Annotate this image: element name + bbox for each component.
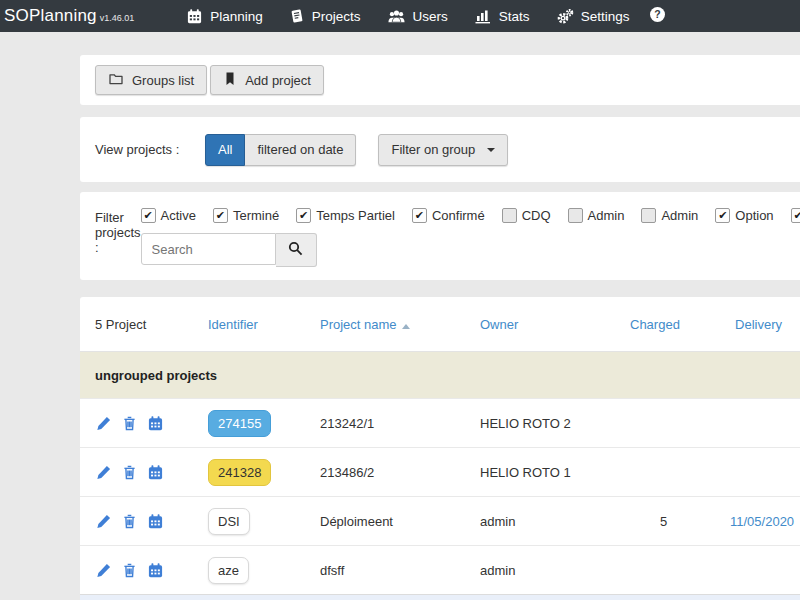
view-projects-label: View projects : <box>95 142 205 157</box>
checkbox-label: Option <box>735 208 773 223</box>
toolbar-panel: Groups list Add project <box>80 55 800 105</box>
menu-item-label: Projects <box>312 9 361 24</box>
sort-asc-icon <box>402 324 410 329</box>
owner-cell: admin <box>472 546 622 595</box>
groups-list-button[interactable]: Groups list <box>95 65 207 95</box>
checkbox-confirme[interactable]: Confirmé <box>412 208 485 223</box>
add-project-button[interactable]: Add project <box>210 65 324 95</box>
menu-item-label: Users <box>413 9 448 24</box>
checkbox-termine[interactable]: Terminé <box>213 208 279 223</box>
checkbox-admin-1[interactable]: Admin <box>568 208 625 223</box>
column-header-charged[interactable]: Charged <box>622 297 722 352</box>
help-button[interactable]: ? <box>649 6 666 26</box>
checkbox-prod-etuis[interactable]: Prod étuis <box>791 208 800 223</box>
project-identifier-badge[interactable]: 274155 <box>208 410 271 437</box>
svg-text:?: ? <box>655 8 661 20</box>
edit-icon[interactable] <box>95 415 112 432</box>
search-button[interactable] <box>276 233 317 267</box>
delete-icon[interactable] <box>121 513 138 530</box>
menu-item-projects[interactable]: Projects <box>289 8 361 24</box>
checkbox-label: Temps Partiel <box>316 208 395 223</box>
stats-icon <box>474 8 492 24</box>
checkbox-cdq[interactable]: CDQ <box>502 208 551 223</box>
checkbox-label: Terminé <box>233 208 279 223</box>
owner-cell: HELIO ROTO 1 <box>472 448 622 497</box>
app-title: SOPlanning <box>4 6 97 26</box>
checkbox-icon <box>791 208 800 223</box>
top-navbar: SOPlanning v1.46.01 Planning Projects Us… <box>0 0 800 32</box>
project-identifier-badge[interactable]: aze <box>208 557 249 584</box>
project-identifier-badge[interactable]: DSI <box>208 508 250 535</box>
edit-icon[interactable] <box>95 562 112 579</box>
project-name-cell: dfsff <box>312 546 472 595</box>
delete-icon[interactable] <box>121 464 138 481</box>
bookmark-icon <box>223 71 237 89</box>
checkbox-icon <box>715 208 730 223</box>
owner-cell: HELIO ROTO 2 <box>472 399 622 448</box>
checkbox-active[interactable]: Active <box>141 208 196 223</box>
planning-calendar-icon[interactable] <box>147 562 164 579</box>
menu-item-stats[interactable]: Stats <box>474 8 530 24</box>
menu-item-users[interactable]: Users <box>387 8 448 25</box>
table-row: aze dfsff admin <box>80 546 800 595</box>
search-input[interactable] <box>141 233 276 265</box>
groups-list-label: Groups list <box>132 73 194 88</box>
projects-table-panel: 5 Project Identifier Project name Owner … <box>80 297 800 600</box>
column-header-project-name[interactable]: Project name <box>312 297 472 352</box>
checkbox-icon <box>568 208 583 223</box>
planning-calendar-icon[interactable] <box>147 415 164 432</box>
main-menu: Planning Projects Users Stats Settings <box>186 8 629 25</box>
filter-checkbox-row: Active Terminé Temps Partiel Confirmé CD… <box>141 208 800 223</box>
view-projects-panel: View projects : All filtered on date Fil… <box>80 117 800 182</box>
users-icon <box>387 8 406 25</box>
checkbox-label: Admin <box>661 208 698 223</box>
project-identifier-badge[interactable]: 241328 <box>208 459 271 486</box>
column-header-owner[interactable]: Owner <box>472 297 622 352</box>
planning-calendar-icon[interactable] <box>147 513 164 530</box>
app-brand[interactable]: SOPlanning v1.46.01 <box>4 6 134 26</box>
filter-on-group-dropdown[interactable]: Filter on group <box>378 134 508 166</box>
filter-projects-label: Filter projects : <box>95 208 141 267</box>
checkbox-icon <box>141 208 156 223</box>
filtered-on-date-button[interactable]: filtered on date <box>245 134 356 166</box>
filter-on-group-label: Filter on group <box>391 142 475 157</box>
checkbox-icon <box>502 208 517 223</box>
search-icon <box>287 240 304 260</box>
project-count: 5 Project <box>80 297 200 352</box>
checkbox-icon <box>213 208 228 223</box>
menu-item-settings[interactable]: Settings <box>556 8 630 25</box>
view-filter-group: All filtered on date <box>205 134 356 166</box>
delivery-cell <box>722 546 800 595</box>
checkbox-option[interactable]: Option <box>715 208 773 223</box>
column-header-delivery[interactable]: Delivery <box>722 297 800 352</box>
charged-cell <box>622 399 722 448</box>
charged-cell: 5 <box>622 497 722 546</box>
edit-icon[interactable] <box>95 464 112 481</box>
edit-icon[interactable] <box>95 513 112 530</box>
filter-projects-panel: Filter projects : Active Terminé Temps P… <box>80 192 800 280</box>
projects-table: 5 Project Identifier Project name Owner … <box>80 297 800 600</box>
checkbox-label: CDQ <box>522 208 551 223</box>
table-header-row: 5 Project Identifier Project name Owner … <box>80 297 800 352</box>
view-all-button[interactable]: All <box>205 134 245 166</box>
menu-item-label: Stats <box>499 9 530 24</box>
column-header-identifier[interactable]: Identifier <box>200 297 312 352</box>
checkbox-admin-2[interactable]: Admin <box>641 208 698 223</box>
add-project-label: Add project <box>245 73 311 88</box>
planning-calendar-icon[interactable] <box>147 464 164 481</box>
help-icon: ? <box>649 6 666 26</box>
charged-cell <box>622 546 722 595</box>
app-version: v1.46.01 <box>100 13 135 23</box>
checkbox-temps-partiel[interactable]: Temps Partiel <box>296 208 395 223</box>
menu-item-planning[interactable]: Planning <box>186 8 263 25</box>
delete-icon[interactable] <box>121 562 138 579</box>
delivery-link[interactable]: 11/05/2020 <box>722 497 800 546</box>
delivery-cell <box>722 448 800 497</box>
book-icon <box>289 8 305 24</box>
calendar-icon <box>186 8 203 25</box>
project-name-cell: 213242/1 <box>312 399 472 448</box>
delete-icon[interactable] <box>121 415 138 432</box>
table-row: 274155 213242/1 HELIO ROTO 2 <box>80 399 800 448</box>
checkbox-label: Confirmé <box>432 208 485 223</box>
project-name-cell: 213486/2 <box>312 448 472 497</box>
